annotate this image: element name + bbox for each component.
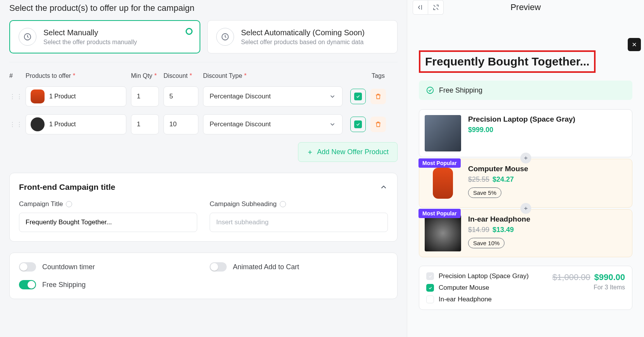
col-products: Products to offer xyxy=(26,72,71,79)
expand-button[interactable] xyxy=(428,0,444,15)
chevron-up-icon[interactable] xyxy=(379,183,388,191)
card-title: Select Automatically (Coming Soon) xyxy=(241,28,365,37)
discount-input[interactable] xyxy=(164,114,198,134)
panel-title: Front-end Campaign title xyxy=(19,182,115,192)
product-image xyxy=(425,215,461,251)
check-circle-icon xyxy=(426,86,434,95)
summary-old-price: $1,000.00 xyxy=(553,272,591,282)
card-sub: Select the offer products manually xyxy=(43,39,137,46)
now-price: $24.27 xyxy=(492,175,514,183)
delete-button[interactable] xyxy=(370,89,386,104)
campaign-subheading-input[interactable] xyxy=(210,213,388,232)
product-selector[interactable]: 1 Product xyxy=(26,86,126,107)
collapse-button[interactable] xyxy=(413,0,428,15)
select-label: Percentage Discount xyxy=(210,93,271,100)
product-thumb xyxy=(31,89,45,103)
animated-toggle[interactable] xyxy=(210,262,227,272)
save-badge: Save 10% xyxy=(468,238,505,248)
fbt-heading: Frequently Bought Together... xyxy=(419,50,596,73)
discount-type-select[interactable]: Percentage Discount xyxy=(203,86,343,107)
free-shipping-label: Free Shipping xyxy=(439,86,482,95)
old-price: $14.99 xyxy=(468,226,489,234)
campaign-subheading-label: Campaign Subheading xyxy=(210,200,388,208)
save-badge: Save 5% xyxy=(468,187,501,198)
section-title: Select the product(s) to offer up for th… xyxy=(9,3,398,13)
campaign-title-label: Campaign Title xyxy=(19,200,197,208)
summary-for: For 3 Items xyxy=(553,284,625,291)
plus-icon xyxy=(523,155,529,161)
product-selector[interactable]: 1 Product xyxy=(26,114,126,134)
radio-selected-icon xyxy=(186,28,193,35)
drag-handle-icon[interactable]: ⋮⋮ xyxy=(9,93,21,100)
offer-row: ⋮⋮ 1 Product Percentage Discount xyxy=(9,114,398,134)
summary-item: In-ear Headphone xyxy=(439,296,492,303)
select-auto-card[interactable]: Select Automatically (Coming Soon) Selec… xyxy=(207,20,398,53)
plus-divider xyxy=(520,153,531,163)
discount-input[interactable] xyxy=(164,86,198,107)
info-icon xyxy=(66,201,72,207)
countdown-toggle[interactable] xyxy=(19,262,36,272)
svg-point-2 xyxy=(427,87,434,94)
add-offer-button[interactable]: Add New Offer Product xyxy=(298,142,398,162)
select-manually-card[interactable]: Select Manually Select the offer product… xyxy=(9,20,200,53)
chevron-down-icon xyxy=(329,93,336,100)
freeship-label: Free Shipping xyxy=(42,281,86,289)
product-name: Computer Mouse xyxy=(468,165,528,173)
clock-icon xyxy=(216,28,234,46)
animated-label: Animated Add to Cart xyxy=(233,263,299,271)
plus-icon xyxy=(523,206,529,211)
card-sub: Select offer products based on dynamic d… xyxy=(241,39,365,46)
min-qty-input[interactable] xyxy=(131,86,159,107)
summary-new-price: $990.00 xyxy=(594,272,625,282)
popular-badge: Most Popular xyxy=(418,158,461,168)
now-price: $13.49 xyxy=(492,226,514,234)
freeship-toggle[interactable] xyxy=(19,280,36,289)
plus-divider xyxy=(520,203,531,214)
countdown-label: Countdown timer xyxy=(42,263,95,271)
trash-icon xyxy=(375,121,382,128)
preview-product-card: Most Popular Computer Mouse $25.55$24.27… xyxy=(419,159,632,208)
clock-icon xyxy=(19,28,36,46)
close-icon xyxy=(631,41,637,48)
col-min: Min Qty xyxy=(131,72,152,79)
free-shipping-banner: Free Shipping xyxy=(419,81,632,100)
col-hash: # xyxy=(9,72,21,79)
divider xyxy=(9,62,398,62)
discount-type-select[interactable]: Percentage Discount xyxy=(203,114,343,134)
product-label: 1 Product xyxy=(49,121,76,128)
summary-checkbox[interactable] xyxy=(426,296,434,303)
add-offer-label: Add New Offer Product xyxy=(317,148,389,156)
col-type: Discount Type xyxy=(203,72,242,79)
delete-button[interactable] xyxy=(370,117,386,132)
tag-checkbox[interactable] xyxy=(350,89,366,104)
product-name: Precision Laptop (Space Gray) xyxy=(468,115,575,124)
info-icon xyxy=(280,201,286,207)
col-tags: Tags xyxy=(359,72,398,79)
table-header: # Products to offer* Min Qty* Discount* … xyxy=(9,72,398,79)
campaign-title-panel: Front-end Campaign title Campaign Title … xyxy=(9,173,398,242)
preview-product-card: Most Popular In-ear Headphone $14.99$13.… xyxy=(419,209,632,257)
product-label: 1 Product xyxy=(49,93,76,100)
campaign-title-input[interactable] xyxy=(19,213,197,232)
toggles-panel: Countdown timer Animated Add to Cart Fre… xyxy=(9,253,398,299)
select-label: Percentage Discount xyxy=(210,120,271,128)
summary-checkbox[interactable] xyxy=(426,284,434,292)
close-button[interactable] xyxy=(628,38,641,51)
preview-title: Preview xyxy=(510,2,541,12)
preview-product-card: Precision Laptop (Space Gray) $999.00 xyxy=(419,109,632,157)
offer-row: ⋮⋮ 1 Product Percentage Discount xyxy=(9,86,398,107)
collapse-icon xyxy=(417,4,424,11)
product-image xyxy=(425,115,461,151)
col-disc: Discount xyxy=(164,72,188,79)
plus-icon xyxy=(307,149,313,155)
summary-item: Computer Mouse xyxy=(439,284,489,292)
product-image xyxy=(433,168,453,199)
drag-handle-icon[interactable]: ⋮⋮ xyxy=(9,121,21,128)
product-name: In-ear Headphone xyxy=(468,215,530,224)
product-thumb xyxy=(31,117,45,131)
min-qty-input[interactable] xyxy=(131,114,159,134)
old-price: $25.55 xyxy=(468,175,489,183)
product-price: $999.00 xyxy=(468,126,493,134)
summary-checkbox[interactable] xyxy=(426,272,434,280)
tag-checkbox[interactable] xyxy=(350,117,366,132)
